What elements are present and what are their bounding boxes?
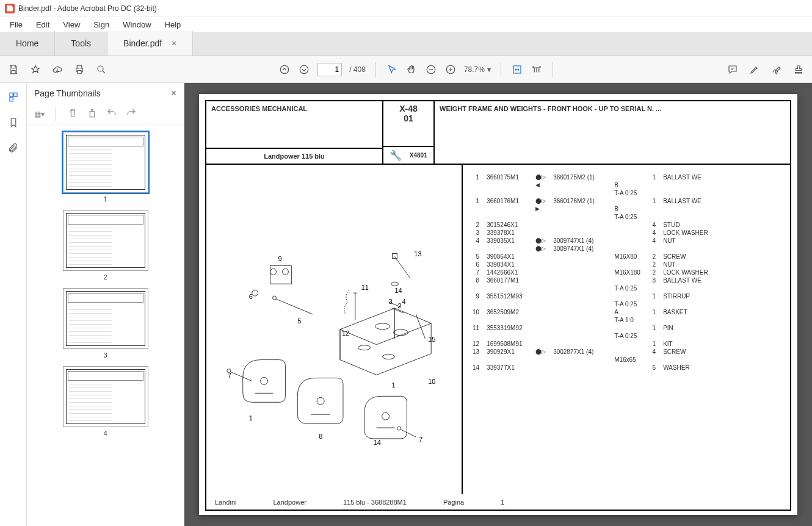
part-row: 23015246X14STUD xyxy=(469,221,712,229)
svg-text:1: 1 xyxy=(392,381,396,389)
page-1: ACCESSORIES MECHANICAL Landpower 115 blu… xyxy=(199,94,797,515)
thumbnails-icon[interactable] xyxy=(7,90,20,104)
part-row: T-A 0:25 xyxy=(469,332,712,340)
svg-text:14: 14 xyxy=(395,287,402,294)
part-row: 83660177M18BALLAST WE xyxy=(469,276,712,284)
print-icon[interactable] xyxy=(73,63,85,76)
close-panel-icon[interactable]: × xyxy=(171,88,176,99)
separator xyxy=(501,62,501,77)
menu-file[interactable]: File xyxy=(4,19,29,31)
tab-home[interactable]: Home xyxy=(0,31,55,56)
page-up-icon[interactable] xyxy=(278,63,291,76)
part-row: 13390929X1⬤▷3002877X1 (4)4SCREW xyxy=(469,348,712,356)
svg-point-12 xyxy=(358,345,371,350)
svg-point-19 xyxy=(317,397,324,405)
svg-point-1 xyxy=(280,65,289,74)
page-down-icon[interactable] xyxy=(298,63,310,76)
part-row: 6339034X12NUT xyxy=(469,261,712,268)
rotate-icon[interactable] xyxy=(87,107,98,120)
part-row: T-A 0:25 xyxy=(469,213,712,221)
part-row: 113553319M921PIN xyxy=(469,324,712,332)
svg-text:6: 6 xyxy=(249,293,253,300)
thumbnail-panel: Page Thumbnails × ▦▾ 1 2 3 4 xyxy=(27,83,184,526)
svg-text:5: 5 xyxy=(297,317,301,325)
fit-page-icon[interactable] xyxy=(531,63,543,76)
comment-icon[interactable] xyxy=(727,63,739,76)
menu-window[interactable]: Window xyxy=(117,19,157,31)
thumbnail-tools: ▦▾ xyxy=(27,104,184,124)
undo-icon[interactable] xyxy=(106,107,117,120)
svg-point-17 xyxy=(391,282,399,286)
svg-text:13: 13 xyxy=(414,250,421,258)
menu-sign[interactable]: Sign xyxy=(87,19,115,31)
part-row: 13660176M1⬤▷3660176M2 (1)1BALLAST WE xyxy=(469,197,712,205)
part-row: ▶B xyxy=(469,205,712,213)
part-row: ◀B xyxy=(469,181,712,189)
toolbar: / 408 78.7% ▾ xyxy=(0,56,812,83)
part-row: 5390864X1M16X802SCREW xyxy=(469,253,712,261)
tab-tools[interactable]: Tools xyxy=(55,31,107,56)
thumbnail-3[interactable]: 3 xyxy=(63,288,148,359)
highlight-icon[interactable] xyxy=(749,63,761,76)
sign-icon[interactable] xyxy=(770,63,783,76)
close-icon[interactable]: × xyxy=(172,38,176,48)
page-header: ACCESSORIES MECHANICAL Landpower 115 blu… xyxy=(206,101,790,165)
title-bar: Binder.pdf - Adobe Acrobat Pro DC (32-bi… xyxy=(0,0,812,17)
zoom-in-icon[interactable] xyxy=(444,63,457,76)
svg-text:9: 9 xyxy=(278,255,281,262)
app-icon xyxy=(5,4,15,13)
page-total: / 408 xyxy=(349,65,366,74)
thumbnail-1[interactable]: 1 xyxy=(63,132,148,203)
svg-point-22 xyxy=(397,427,401,430)
part-row: 4339035X1⬤▷3009747X1 (4)4NUT xyxy=(469,237,712,245)
part-row: 71442666X1M16X1802LOCK WASHER xyxy=(469,268,712,276)
menu-edit[interactable]: Edit xyxy=(30,19,56,31)
svg-point-14 xyxy=(273,296,277,300)
select-tool-icon[interactable] xyxy=(386,63,398,76)
save-icon[interactable] xyxy=(7,63,20,76)
svg-rect-9 xyxy=(90,112,95,117)
svg-rect-7 xyxy=(10,98,13,101)
part-row: T-A 0:25 xyxy=(469,189,712,197)
thumbnail-2[interactable]: 2 xyxy=(63,210,148,281)
document-viewer[interactable]: ACCESSORIES MECHANICAL Landpower 115 blu… xyxy=(184,83,812,526)
svg-point-11 xyxy=(394,330,408,336)
svg-text:2: 2 xyxy=(397,302,401,309)
svg-point-13 xyxy=(383,355,395,359)
svg-text:10: 10 xyxy=(428,378,435,385)
svg-rect-8 xyxy=(13,93,16,96)
star-icon[interactable] xyxy=(29,63,42,76)
options-icon[interactable]: ▦▾ xyxy=(34,110,45,118)
svg-point-0 xyxy=(98,66,103,71)
thumbnail-4[interactable]: 4 xyxy=(63,366,148,437)
chevron-down-icon: ▾ xyxy=(487,65,491,74)
menu-view[interactable]: View xyxy=(57,19,86,31)
page-number-input[interactable] xyxy=(317,63,342,76)
bookmark-icon[interactable] xyxy=(7,116,20,129)
wrench-icon: 🔧 xyxy=(390,150,402,161)
svg-text:7: 7 xyxy=(228,372,231,379)
attachment-icon[interactable] xyxy=(7,142,20,155)
delete-icon[interactable] xyxy=(67,107,78,120)
stamp-icon[interactable] xyxy=(792,63,805,76)
exploded-diagram: 9 6 5 12 11 13 14 3 4 15 10 xyxy=(206,165,463,494)
svg-point-10 xyxy=(375,323,390,330)
svg-text:7: 7 xyxy=(419,436,422,443)
part-row: 13660175M1⬤▷3660175M2 (1)1BALLAST WE xyxy=(469,173,712,181)
part-row: M16x65 xyxy=(469,356,712,364)
tab-document[interactable]: Binder.pdf × xyxy=(107,31,193,56)
fit-width-icon[interactable] xyxy=(511,63,523,76)
hand-tool-icon[interactable] xyxy=(405,63,418,76)
redo-icon[interactable] xyxy=(126,107,137,120)
search-icon[interactable] xyxy=(95,63,107,76)
svg-text:4: 4 xyxy=(402,298,405,305)
part-row: 93551512M931STIRRUP xyxy=(469,292,712,300)
menu-help[interactable]: Help xyxy=(159,19,187,31)
zoom-dropdown[interactable]: 78.7% ▾ xyxy=(464,65,491,74)
thumbnail-list[interactable]: 1 2 3 4 xyxy=(27,124,184,526)
category-label: ACCESSORIES MECHANICAL xyxy=(206,101,382,148)
zoom-out-icon[interactable] xyxy=(425,63,437,76)
cloud-icon[interactable] xyxy=(51,63,63,76)
part-row: 121699608M911KIT xyxy=(469,340,712,348)
part-row: T-A 0:25 xyxy=(469,300,712,308)
